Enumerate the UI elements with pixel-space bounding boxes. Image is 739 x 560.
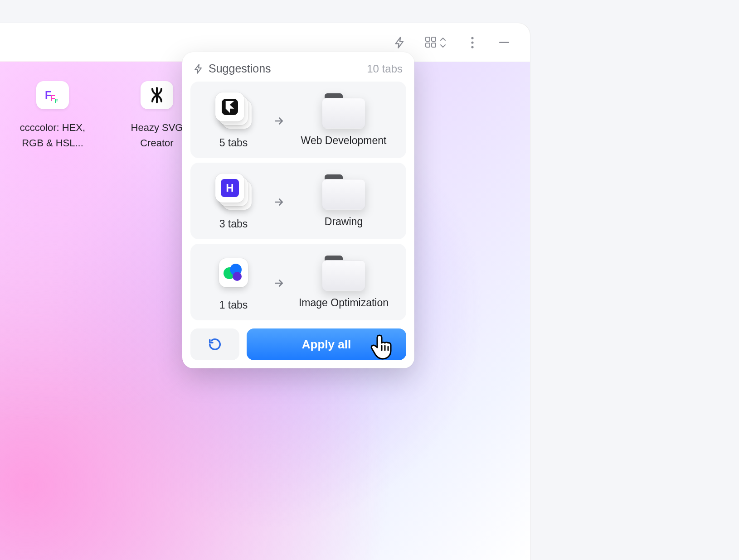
apply-all-label: Apply all (302, 338, 351, 352)
svg-rect-2 (426, 43, 430, 47)
more-vertical-icon (471, 36, 474, 49)
tab-count-total: 10 tabs (367, 63, 403, 75)
suggestion-web-development[interactable]: 5 tabs Web Development (190, 82, 406, 158)
refresh-button[interactable] (190, 328, 239, 360)
refresh-icon (208, 338, 222, 351)
framer-icon (222, 99, 238, 115)
swirl-icon (148, 86, 166, 104)
desktop-item-ccccolor[interactable]: F F F ccccolor: HEX, RGB & HSL... (13, 81, 92, 151)
tab-count-label: 1 tabs (219, 299, 248, 311)
svg-point-5 (471, 41, 473, 43)
svg-rect-0 (426, 37, 430, 41)
apply-all-button[interactable]: Apply all (247, 328, 406, 360)
more-button[interactable] (463, 33, 482, 52)
arrow-right-icon (273, 115, 285, 127)
layout-switch-button[interactable] (422, 33, 450, 52)
tab-stack: H (215, 174, 252, 210)
folder-name: Image Optimization (299, 295, 389, 310)
bolt-button[interactable] (390, 33, 409, 52)
svg-point-4 (471, 37, 473, 39)
folder-icon (322, 93, 365, 129)
folder-name: Drawing (325, 214, 363, 229)
cursor-hand-icon (370, 333, 394, 360)
suggestion-list: 5 tabs Web Development H 3 tabs (190, 82, 406, 320)
folder-icon (322, 256, 365, 291)
tab-count-label: 5 tabs (219, 137, 248, 149)
popover-header: Suggestions 10 tabs (190, 60, 406, 82)
bolt-icon (193, 63, 204, 74)
arrow-right-icon (273, 277, 285, 289)
popover-title: Suggestions (209, 62, 271, 75)
svg-rect-3 (432, 43, 436, 47)
desktop-item-label: ccccolor: HEX, RGB & HSL... (13, 120, 92, 151)
suggestion-image-optimization[interactable]: 1 tabs Image Optimization (190, 244, 406, 320)
tab-stack (215, 92, 252, 129)
tab-stack (215, 255, 252, 291)
popover-actions: Apply all (190, 328, 406, 360)
svg-rect-1 (432, 37, 436, 41)
minimize-button[interactable] (495, 33, 514, 52)
arrow-right-icon (273, 196, 285, 208)
h-icon: H (221, 179, 239, 197)
blobs-icon (224, 264, 243, 282)
minimize-icon (499, 42, 509, 43)
desktop-items: F F F ccccolor: HEX, RGB & HSL... Heazy … (13, 81, 197, 151)
ff-icon: F F F (44, 86, 62, 104)
svg-point-6 (471, 46, 473, 48)
app-tile (141, 81, 173, 109)
tab-count-label: 3 tabs (219, 218, 248, 230)
app-tile: F F F (36, 81, 69, 109)
bolt-icon (394, 36, 406, 49)
folder-name: Web Development (301, 133, 387, 148)
suggestion-drawing[interactable]: H 3 tabs Drawing (190, 163, 406, 239)
svg-text:F: F (55, 98, 58, 104)
grid-switch-icon (425, 37, 447, 48)
folder-icon (322, 174, 365, 210)
suggestions-popover: Suggestions 10 tabs 5 tabs (182, 52, 414, 368)
